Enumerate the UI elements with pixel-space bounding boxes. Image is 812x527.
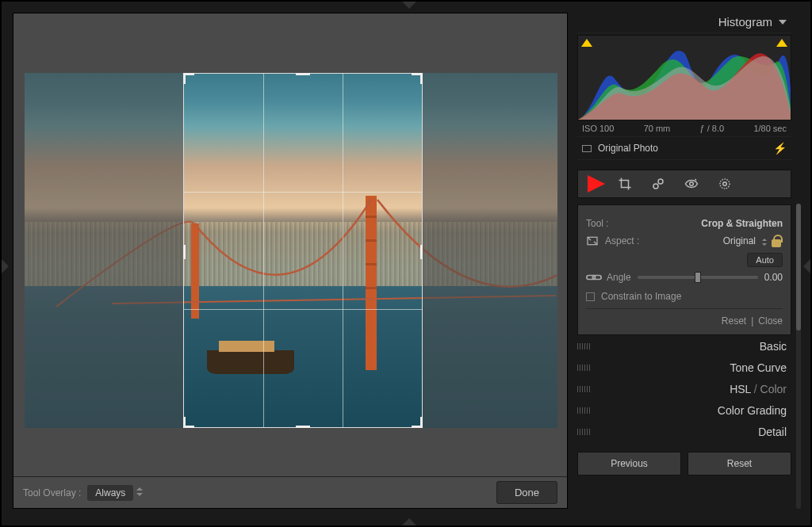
panel-color-label: Color — [760, 383, 787, 395]
panel-detail-label: Detail — [758, 426, 787, 438]
flash-icon[interactable]: ⚡ — [773, 142, 787, 155]
redeye-tool-icon[interactable] — [684, 177, 699, 191]
panel-hsl-color[interactable]: HSL / Color — [577, 378, 791, 399]
grip-icon — [577, 365, 590, 371]
grip-icon — [577, 386, 590, 392]
panel-detail[interactable]: Detail — [577, 421, 791, 442]
tool-overlay-label: Tool Overlay : — [23, 487, 81, 498]
crop-handle-bl[interactable] — [183, 417, 194, 428]
svg-point-2 — [690, 182, 694, 186]
svg-point-0 — [653, 184, 658, 189]
app-frame: Tool Overlay : Always Done Histogram ISO… — [0, 0, 812, 527]
aspect-label: Aspect : — [605, 235, 639, 246]
crop-handle-mr[interactable] — [420, 245, 423, 259]
angle-label: Angle — [607, 272, 631, 283]
main-bottom-bar: Tool Overlay : Always Done — [13, 476, 567, 508]
heal-tool-icon[interactable] — [651, 177, 665, 191]
collapse-left-icon[interactable] — [2, 259, 9, 273]
panel-basic[interactable]: Basic — [577, 335, 791, 357]
crop-close-link[interactable]: Close — [758, 315, 783, 327]
crop-handle-tr[interactable] — [412, 73, 423, 84]
tool-value: Crop & Straighten — [701, 218, 783, 229]
crop-rectangle[interactable] — [183, 73, 423, 428]
crop-handle-mb[interactable] — [296, 426, 310, 428]
angle-slider[interactable] — [638, 276, 758, 279]
main-view: Tool Overlay : Always Done — [13, 13, 568, 509]
collapse-bottom-icon[interactable] — [402, 518, 416, 525]
angle-value: 0.00 — [764, 272, 783, 283]
panel-basic-label: Basic — [760, 340, 787, 353]
done-button[interactable]: Done — [496, 481, 557, 504]
tool-strip — [577, 170, 791, 198]
exif-shutter: 1/80 sec — [753, 124, 787, 133]
aspect-icon[interactable] — [586, 235, 599, 247]
constrain-checkbox[interactable] — [586, 292, 595, 301]
previous-button[interactable]: Previous — [577, 452, 681, 475]
histogram[interactable] — [577, 35, 791, 120]
grip-icon — [577, 343, 590, 349]
photo-canvas[interactable] — [25, 73, 557, 428]
panel-color-grading[interactable]: Color Grading — [577, 399, 791, 421]
crop-reset-link[interactable]: Reset — [722, 315, 746, 327]
exif-iso: ISO 100 — [582, 124, 614, 133]
aspect-select[interactable]: Original — [723, 235, 765, 246]
crop-dim-left — [25, 73, 183, 428]
constrain-label: Constrain to Image — [601, 291, 681, 302]
chevron-down-icon — [779, 20, 787, 25]
exif-bar: ISO 100 70 mm ƒ / 8.0 1/80 sec — [577, 120, 791, 136]
original-photo-icon — [582, 145, 592, 152]
grip-icon — [577, 429, 590, 435]
exif-aperture: ƒ / 8.0 — [700, 124, 725, 133]
svg-point-7 — [592, 276, 595, 278]
crop-dim-right — [423, 73, 557, 428]
tool-overlay-select[interactable]: Always — [87, 485, 133, 501]
auto-angle-button[interactable]: Auto — [747, 253, 783, 267]
mask-tool-icon[interactable] — [718, 177, 732, 191]
exif-focal: 70 mm — [644, 124, 671, 133]
reset-button[interactable]: Reset — [688, 452, 791, 475]
collapse-top-icon[interactable] — [402, 2, 416, 9]
right-scrollbar[interactable] — [796, 204, 801, 509]
histogram-header[interactable]: Histogram — [577, 11, 791, 33]
grip-icon — [577, 407, 590, 414]
panel-hsl-label: HSL — [730, 383, 751, 395]
crop-handle-mt[interactable] — [296, 73, 310, 75]
level-icon[interactable] — [586, 272, 602, 283]
crop-tool-icon[interactable] — [618, 177, 632, 191]
crop-handle-tl[interactable] — [183, 73, 194, 84]
aspect-lock-icon[interactable] — [770, 234, 783, 248]
scrollbar-thumb[interactable] — [796, 204, 801, 330]
svg-point-3 — [720, 179, 730, 189]
collapse-right-icon[interactable] — [803, 259, 810, 273]
tool-label: Tool : — [586, 218, 609, 229]
svg-point-1 — [658, 179, 663, 184]
crop-handle-ml[interactable] — [183, 245, 186, 259]
panel-tone-label: Tone Curve — [730, 361, 787, 374]
panel-grading-label: Color Grading — [718, 404, 787, 417]
crop-panel: Tool : Crop & Straighten Aspect : Origin… — [577, 204, 791, 335]
crop-handle-br[interactable] — [412, 417, 423, 428]
original-photo-row[interactable]: Original Photo ⚡ — [577, 136, 791, 160]
panel-tone-curve[interactable]: Tone Curve — [577, 357, 791, 378]
annotation-arrow-icon — [588, 175, 605, 193]
histogram-label: Histogram — [718, 15, 772, 29]
svg-point-4 — [723, 182, 727, 186]
original-photo-label: Original Photo — [598, 143, 658, 154]
right-panel: Histogram ISO 100 70 mm ƒ / 8.0 1/80 sec… — [577, 11, 791, 509]
histogram-curves — [578, 35, 791, 120]
